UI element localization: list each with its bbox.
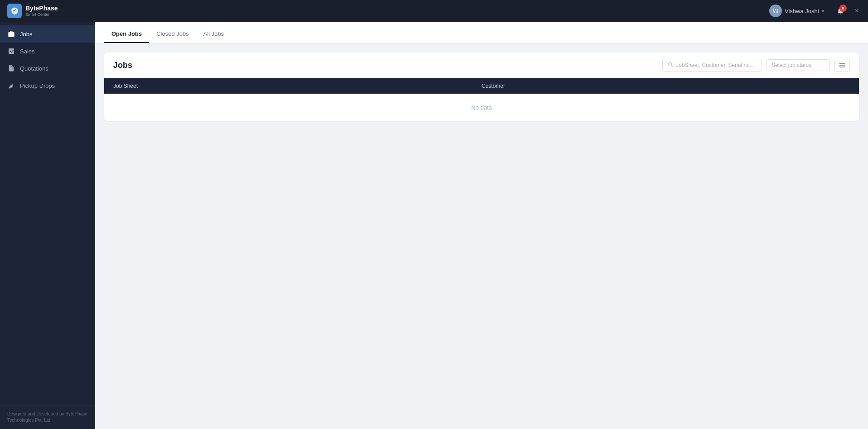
jobs-title: Jobs (113, 61, 132, 70)
svg-line-1 (671, 66, 673, 67)
col-customer: Customer (482, 83, 850, 89)
app-tagline: Smart Center (25, 12, 58, 17)
topbar-right: VJ Vishwa Joshi ▾ 0 × (766, 3, 861, 19)
app-name: BytePhase (25, 5, 58, 12)
jobs-card: Jobs Select job sta (104, 52, 859, 121)
tab-all-jobs[interactable]: All Jobs (196, 25, 231, 43)
sidebar-item-quotations[interactable]: Quotations (0, 60, 95, 77)
sidebar: Jobs Sales Quotations (0, 22, 95, 429)
footer-text: Designed and Developed by BytePhaseTechn… (7, 411, 87, 423)
columns-icon (839, 62, 846, 69)
sidebar-item-jobs[interactable]: Jobs (0, 25, 95, 43)
notifications-button[interactable]: 0 (833, 4, 848, 18)
sidebar-nav: Jobs Sales Quotations (0, 22, 95, 405)
sidebar-item-sales[interactable]: Sales (0, 43, 95, 60)
main-layout: Jobs Sales Quotations (0, 22, 868, 429)
sidebar-item-pickup-drops[interactable]: Pickup Drops (0, 77, 95, 94)
sidebar-footer: Designed and Developed by BytePhaseTechn… (0, 405, 95, 429)
tab-closed-jobs[interactable]: Closed Jobs (149, 25, 196, 43)
notification-badge: 0 (839, 5, 847, 12)
columns-button[interactable] (834, 59, 850, 72)
pickup-icon (7, 81, 15, 90)
logo-icon (7, 4, 22, 18)
search-icon (667, 62, 673, 69)
avatar: VJ (769, 5, 782, 17)
sidebar-item-quotations-label: Quotations (20, 65, 48, 72)
user-name: Vishwa Joshi (785, 8, 819, 14)
table-body: No data (104, 94, 859, 121)
search-box (662, 59, 762, 72)
close-button[interactable]: × (853, 5, 861, 16)
content-area: Open Jobs Closed Jobs All Jobs Jobs (95, 22, 868, 429)
status-select[interactable]: Select job status (767, 59, 830, 71)
briefcase-icon (7, 30, 15, 38)
quotation-icon (7, 64, 15, 72)
jobs-controls: Select job status (662, 59, 850, 72)
tab-open-jobs[interactable]: Open Jobs (104, 25, 149, 43)
user-menu-button[interactable]: VJ Vishwa Joshi ▾ (766, 3, 828, 19)
chevron-down-icon: ▾ (822, 9, 824, 14)
tab-bar: Open Jobs Closed Jobs All Jobs (95, 22, 868, 43)
no-data-label: No data (462, 95, 501, 120)
sidebar-item-jobs-label: Jobs (20, 31, 32, 38)
sidebar-item-pickup-drops-label: Pickup Drops (20, 82, 55, 89)
logo: BytePhase Smart Center (7, 4, 58, 18)
sales-icon (7, 47, 15, 55)
col-job-sheet: Job Sheet (113, 83, 482, 89)
sidebar-item-sales-label: Sales (20, 48, 35, 55)
jobs-header: Jobs Select job sta (104, 52, 859, 78)
topbar: BytePhase Smart Center VJ Vishwa Joshi ▾… (0, 0, 868, 22)
jobs-section: Jobs Select job sta (95, 43, 868, 429)
table-header: Job Sheet Customer (104, 78, 859, 94)
search-input[interactable] (676, 62, 757, 68)
